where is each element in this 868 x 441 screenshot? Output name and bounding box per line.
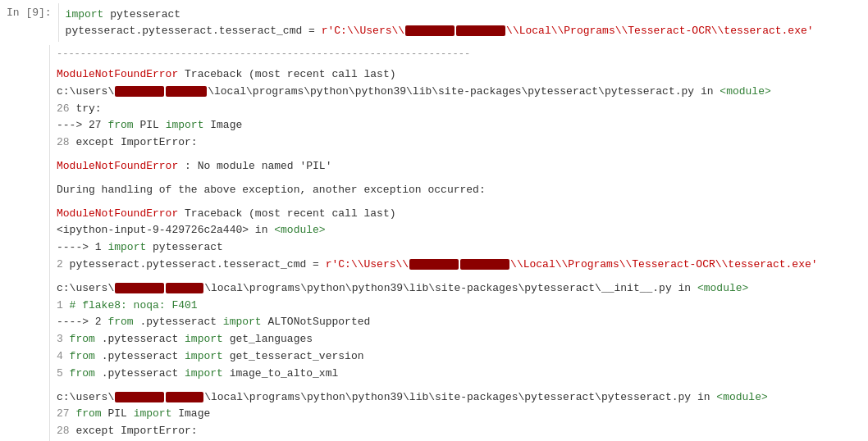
line27-import-e4: import (134, 407, 179, 420)
line-num-e3-5: 5 (57, 367, 70, 380)
line2-name: ALTONotSupported (267, 316, 370, 328)
code-line-1: import pytesseract (66, 7, 861, 23)
line-num-e3-4: 4 (57, 350, 70, 362)
line28-code-e4: except ImportError: (75, 425, 197, 437)
filepath-in-4: in (697, 391, 716, 403)
module-link-3: <module> (697, 282, 748, 294)
module-link-2: <module> (274, 224, 325, 236)
filepath-in-3: in (678, 282, 697, 294)
import-keyword: import (66, 8, 104, 20)
line3-import: import (185, 333, 230, 345)
error4-line27: 27 from PIL import Image (57, 406, 861, 423)
line-num-e4-28: 28 (57, 425, 75, 437)
line-num-26: 26 (57, 102, 75, 115)
notebook-cell-in9: In [9]: import pytesseract pytesseract.p… (0, 0, 868, 45)
separator: ----------------------------------------… (57, 47, 861, 61)
error-block-4: c:\users\\local\programs\python\python39… (49, 386, 868, 441)
line27-from-e4: from (75, 407, 107, 420)
line4-from: from (70, 350, 102, 362)
error3-line3: 3 from .pytesseract import get_languages (57, 331, 861, 348)
filepath-prefix-3: c:\users\\local\programs\python\python39… (57, 282, 672, 294)
line2-import-kw: import (223, 316, 268, 328)
line27-from: from (107, 119, 139, 131)
line4-import: import (185, 350, 230, 362)
error3-line2: ----> 2 from .pytesseract import ALTONot… (57, 314, 861, 331)
error3-line1: 1 # flake8: noqa: F401 (57, 298, 861, 315)
arrow-e3-2: ----> 2 (57, 316, 107, 328)
module-name: pytesseract (110, 8, 180, 20)
line-num-e3-1: 1 (57, 299, 70, 311)
traceback-label-2: Traceback (most recent call last) (185, 207, 395, 220)
line5-name: image_to_alto_xml (230, 367, 339, 380)
line28-code: except ImportError: (75, 136, 197, 148)
line1-pytesseract: pytesseract (153, 241, 223, 253)
line-comment: # flake8: noqa: F401 (70, 299, 198, 311)
line2-from: from (107, 316, 139, 328)
line-num-e4-27: 27 (57, 407, 75, 420)
line5-module: .pytesseract (102, 367, 185, 380)
line-num-2: 2 (57, 258, 70, 271)
line2-module: .pytesseract (139, 316, 222, 328)
arrow-27: ---> 27 (57, 119, 107, 131)
filepath-in-1: in (701, 85, 720, 98)
error1-line26: 26 try: (57, 101, 861, 118)
filepath-in-2: in (255, 224, 274, 236)
during-msg-block: During handling of the above exception, … (49, 179, 868, 202)
separator-line: ----------------------------------------… (49, 45, 868, 63)
line5-import: import (185, 367, 230, 380)
error-msg-block-1: ModuleNotFoundError : No module named 'P… (49, 155, 868, 179)
error2-line2: 2 pytesseract.pytesseract.tesseract_cmd … (57, 257, 861, 274)
traceback-label-1: Traceback (most recent call last) (185, 68, 395, 80)
line27-pil-e4: PIL (107, 407, 133, 420)
line4-module: .pytesseract (102, 350, 185, 362)
line27-image: Image (210, 119, 242, 131)
filepath-prefix-4: c:\users\\local\programs\python\python39… (57, 391, 691, 403)
during-msg: During handling of the above exception, … (57, 182, 861, 199)
line27-import: import (166, 119, 211, 131)
line5-from: from (70, 367, 102, 380)
line-num-e3-3: 3 (57, 333, 70, 345)
cell-label: In [9]: (0, 3, 58, 42)
line2-string: r'C:\\Users\\\\Local\\Programs\\Tesserac… (326, 258, 818, 271)
line4-name: get_tesseract_version (230, 350, 364, 362)
error-type-2: ModuleNotFoundError (57, 207, 178, 220)
error4-filepath: c:\users\\local\programs\python\python39… (57, 389, 861, 407)
cell-code: import pytesseract pytesseract.pytessera… (58, 3, 868, 42)
string-value: r'C:\\Users\\\\Local\\Programs\\Tesserac… (322, 25, 814, 37)
ipython-input: <ipython-input-9-429726c2a440> (57, 224, 249, 236)
error-type-msg-1: ModuleNotFoundError (57, 160, 178, 172)
line3-module: .pytesseract (102, 333, 185, 345)
error-msg-text-1: : No module named 'PIL' (185, 160, 331, 172)
error4-line28: 28 except ImportError: (57, 423, 861, 440)
error-block-2: ModuleNotFoundError Traceback (most rece… (49, 202, 868, 277)
error2-line1: ----> 1 import pytesseract (57, 239, 861, 257)
error3-line4: 4 from .pytesseract import get_tesseract… (57, 348, 861, 366)
arrow-1: ----> 1 (57, 241, 107, 253)
code-text: pytesseract.pytesseract.tesseract_cmd = (66, 25, 322, 37)
line3-name: get_languages (230, 333, 313, 345)
error3-filepath: c:\users\\local\programs\python\python39… (57, 280, 861, 298)
line27-pil: PIL (139, 119, 165, 131)
line1-import: import (107, 241, 153, 253)
error3-line5: 5 from .pytesseract import image_to_alto… (57, 366, 861, 383)
line26-code: try: (75, 102, 101, 115)
line2-code: pytesseract.pytesseract.tesseract_cmd = (70, 258, 326, 271)
module-link-1: <module> (720, 85, 770, 98)
module-link-4: <module> (716, 391, 767, 403)
line3-from: from (70, 333, 102, 345)
error1-header: ModuleNotFoundError Traceback (most rece… (57, 66, 861, 84)
filepath-prefix-1: c:\users\\local\programs\python\python39… (57, 85, 694, 98)
error-msg-1: ModuleNotFoundError : No module named 'P… (57, 158, 861, 175)
error-block-3: c:\users\\local\programs\python\python39… (49, 277, 868, 386)
line-num-28: 28 (57, 136, 75, 148)
error1-filepath: c:\users\\local\programs\python\python39… (57, 84, 861, 101)
line27-image-e4: Image (178, 407, 210, 420)
code-line-2: pytesseract.pytesseract.tesseract_cmd = … (66, 23, 861, 39)
error1-line28: 28 except ImportError: (57, 134, 861, 152)
error-type-1: ModuleNotFoundError (57, 68, 178, 80)
error2-header: ModuleNotFoundError Traceback (most rece… (57, 206, 861, 223)
error2-filepath: <ipython-input-9-429726c2a440> in <modul… (57, 222, 861, 239)
error-block-1: ModuleNotFoundError Traceback (most rece… (49, 63, 868, 155)
error1-line27: ---> 27 from PIL import Image (57, 117, 861, 134)
